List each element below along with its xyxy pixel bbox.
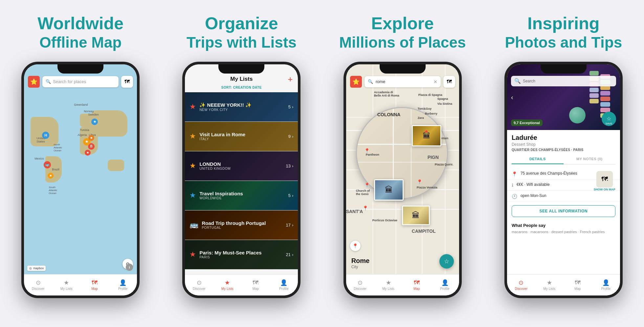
tab-profile-2[interactable]: 👤 Profile — [270, 274, 298, 295]
list-item-rome[interactable]: ★ Visit Laura in Rome ITALY 9 › — [185, 122, 298, 151]
macaron-blue — [600, 102, 610, 107]
show-map-btn[interactable]: 🗺 — [596, 171, 613, 187]
map-pin-usa: H — [42, 132, 49, 139]
rome-search-bar[interactable]: 🔍 rome ✕ — [365, 76, 441, 87]
tab-label-discover-2: Discover — [193, 287, 206, 291]
tab-map-1[interactable]: 🗺 Map — [80, 274, 109, 295]
list-star-portugal: 🚌 — [189, 221, 198, 229]
monument-photo-bg: 🏛 — [403, 207, 429, 224]
tab-map-2[interactable]: 🗺 Map — [241, 274, 270, 295]
hours-text: open Mon-Sun — [521, 193, 615, 198]
list-count-paris: 21 › — [286, 252, 294, 257]
map-icon-2: 🗺 — [253, 279, 258, 286]
rome-star-icon: ⭐ — [350, 76, 362, 88]
list-name-portugal: Road Trip through Portugal — [202, 220, 282, 226]
tab-details[interactable]: DETAILS — [512, 154, 564, 164]
title-line2-2: Trips with Lists — [187, 33, 297, 52]
tab-label-mylists-3: My Lists — [382, 287, 394, 291]
tab-profile-4[interactable]: 👤 Profile — [592, 274, 620, 295]
map-search-bar[interactable]: 🔍 Search for places — [42, 76, 119, 87]
list-name-rome: Visit Laura in Rome — [199, 132, 285, 137]
info-btn[interactable]: i — [126, 264, 133, 271]
laduree-info: Ladurée Dessert Shop QUARTIER DES CHAMPS… — [507, 130, 620, 168]
tab-profile-3[interactable]: 👤 Profile — [431, 274, 459, 295]
map-icon-4: 🗺 — [575, 279, 581, 286]
tab-discover-2[interactable]: ⊙ Discover — [185, 274, 213, 295]
search-icon: 🔍 — [46, 79, 51, 84]
map-ocean — [24, 64, 137, 295]
list-item-nyc[interactable]: ★ ✨ NEEEW YORK!! ✨ NEW YORK CITY 5 › — [185, 92, 298, 122]
phone-frame-3: ⭐ 🔍 rome ✕ 🗺 Accademia diBelle Arti di R… — [344, 62, 462, 298]
see-all-btn[interactable]: SEE ALL INFORMATION — [512, 205, 615, 217]
tab-map-4[interactable]: 🗺 Map — [564, 274, 592, 295]
list-text-rome: Visit Laura in Rome ITALY — [199, 132, 285, 141]
add-list-btn[interactable]: + — [288, 75, 293, 83]
save-btn[interactable]: ☆ SAVE — [602, 112, 616, 126]
rating-badge: 9,7 Exceptional — [511, 120, 543, 126]
tab-label-discover-1: Discover — [32, 287, 45, 291]
mapbox-text: mapbox — [33, 267, 44, 270]
mapbox-icon: ◎ — [29, 267, 32, 270]
bookmark-fab[interactable]: ☆ — [439, 254, 454, 269]
map-label-sweden: Sweden — [88, 113, 99, 116]
panel-title-3: Explore Millions of Places — [339, 13, 466, 52]
macaron-red — [600, 97, 610, 101]
what-people-say-heading: What People say — [507, 220, 620, 229]
title-line1-4: Inspiring — [505, 13, 622, 33]
map-icon-btn[interactable]: 🗺 — [121, 76, 133, 88]
tab-profile-1[interactable]: 👤 Profile — [109, 274, 137, 295]
lists-title: My Lists — [230, 76, 253, 82]
nav-arrow-left[interactable]: ‹ — [511, 93, 513, 101]
tab-my-notes[interactable]: MY NOTES (0) — [564, 154, 615, 164]
list-content-paris: ★ Paris: My Must-See Places PARIS 21 › — [185, 250, 298, 259]
lists-header: My Lists + — [185, 76, 298, 82]
rome-layers-icon: 🗺 — [447, 79, 452, 85]
tab-discover-1[interactable]: ⊙ Discover — [24, 274, 52, 295]
list-item-london[interactable]: ★ LONDON UNITED KINGDOM 13 › — [185, 151, 298, 181]
list-item-portugal[interactable]: 🚌 Road Trip through Portugal PORTUGAL 17… — [185, 210, 298, 240]
map-pin-col: ★ — [48, 173, 54, 179]
location-icon: 📍 — [512, 171, 517, 177]
tab-mylists-2[interactable]: ★ My Lists — [213, 274, 241, 295]
rome-map-icon-btn[interactable]: 🗺 — [443, 76, 455, 88]
list-item-paris[interactable]: ★ Paris: My Must-See Places PARIS 21 › — [185, 240, 298, 270]
discover-icon: ⊙ — [36, 279, 41, 286]
tab-label-mylists-2: My Lists — [221, 287, 233, 291]
rome-clear-btn[interactable]: ✕ — [433, 79, 437, 84]
tab-mylists-1[interactable]: ★ My Lists — [52, 274, 80, 295]
profile-icon: 👤 — [119, 279, 126, 286]
chevron-london: › — [292, 164, 293, 168]
search-overlay-text: Search — [523, 79, 535, 83]
map-label-norway: Norway — [84, 110, 94, 113]
tab-mylists-3[interactable]: ★ My Lists — [374, 274, 403, 295]
map-pin-eu3: ★ — [88, 135, 94, 141]
label-accademia: Accademia diBelle Arti di Roma — [374, 91, 399, 97]
rome-pin-1: 📍 — [423, 130, 429, 135]
macaron-sphere — [569, 107, 586, 123]
bottom-tabs-1: ⊙ Discover ★ My Lists 🗺 Map 👤 Profile — [24, 274, 137, 295]
tab-discover-4[interactable]: ⊙ Discover — [507, 274, 535, 295]
list-sub-london: UNITED KINGDOM — [199, 167, 282, 170]
list-name-london: LONDON — [199, 161, 282, 167]
tab-label-map-3: Map — [413, 287, 420, 291]
tab-label-mylists-4: My Lists — [544, 287, 556, 291]
detail-tabs: DETAILS MY NOTES (0) — [512, 154, 615, 164]
rome-pin-2: 📍 — [364, 148, 370, 153]
list-text-paris: Paris: My Must-See Places PARIS — [199, 250, 282, 259]
search-overlay[interactable]: 🔍 Search — [511, 76, 616, 86]
laduree-screen: 🔍 Search ‹ 9,7 Exceptional ☆ SAVE — [507, 64, 620, 295]
tab-label-map-4: Map — [574, 287, 581, 291]
tab-map-3[interactable]: 🗺 Map — [403, 274, 431, 295]
location-btn[interactable]: 📍 — [350, 241, 361, 251]
info-circle-icon: ℹ — [512, 183, 513, 188]
title-line2-1: Offline Map — [37, 33, 123, 52]
rome-photo-trevi: 🏛 — [412, 125, 441, 146]
mylists-icon: ★ — [64, 279, 69, 286]
list-sub-paris: PARIS — [199, 255, 282, 259]
tab-mylists-4[interactable]: ★ My Lists — [535, 274, 564, 295]
tab-discover-3[interactable]: ⊙ Discover — [346, 274, 374, 295]
list-item-inspirations[interactable]: ★ Travel Inspirations WORLDWIDE 5 › — [185, 181, 298, 210]
list-count-portugal: 17 › — [286, 223, 294, 228]
discover-icon-3: ⊙ — [358, 279, 363, 286]
label-pantheon: Pantheon — [366, 153, 379, 156]
